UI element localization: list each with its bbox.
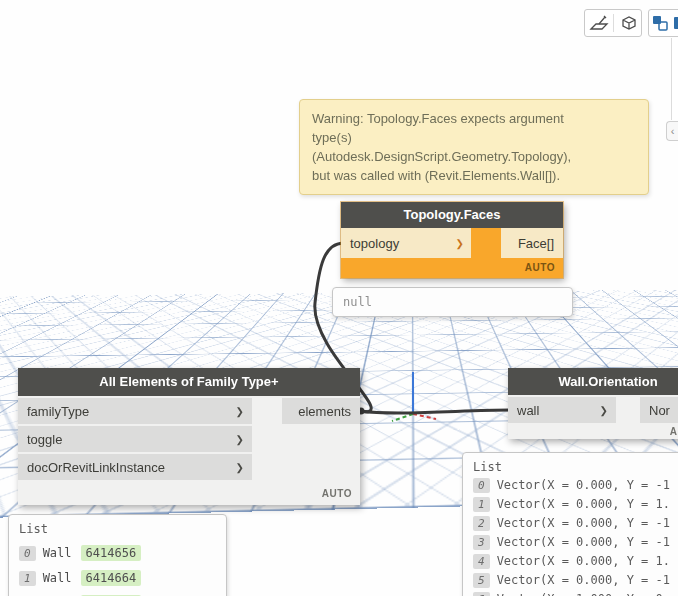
- output-port-elements[interactable]: elements: [282, 398, 360, 424]
- view-toolbar-group: [648, 9, 678, 37]
- output-port-faces[interactable]: Face[]: [501, 228, 563, 258]
- port-label: Face[]: [518, 236, 554, 251]
- cube-icon: [617, 13, 637, 33]
- port-label: familyType: [27, 404, 89, 419]
- list-index-badge: 1: [473, 497, 490, 512]
- preview-bubble-walls[interactable]: List 0 Wall 6414656 1 Wall 6414664 2 Wal…: [8, 514, 227, 596]
- list-index-badge: 3: [473, 535, 490, 550]
- node-body: familyType ❯ toggle ❯ docOrRevitLinkInst…: [18, 396, 360, 480]
- list-header: List: [473, 460, 678, 474]
- warning-tooltip: Warning: Topology.Faces expects argument…: [299, 99, 649, 195]
- lacing-label: AUTO: [322, 488, 352, 499]
- axis-y-line: [392, 414, 413, 421]
- surface-pencil-icon: [589, 13, 609, 33]
- node-body-gap: [471, 228, 501, 258]
- list-item: 5 Vector(X = 0.000, Y = -1: [473, 573, 678, 588]
- node-footer: AUTO: [18, 482, 360, 505]
- node-footer: AUTO: [341, 258, 563, 278]
- warning-line: type(s): [312, 128, 636, 147]
- port-chevron-icon: ❯: [236, 406, 252, 417]
- node-topology-faces[interactable]: Topology.Faces topology ❯ Face[] AUTO: [341, 202, 563, 278]
- geometry-toolbar-group: [584, 9, 642, 37]
- node-title[interactable]: Topology.Faces: [341, 202, 563, 228]
- vector-value: Vector(X = 0.000, Y = -1: [497, 574, 670, 587]
- draw-on-surface-button[interactable]: [585, 10, 613, 36]
- port-label: toggle: [27, 432, 62, 447]
- vector-value: Vector(X = 0.000, Y = -1: [497, 517, 670, 530]
- list-index-badge: 4: [473, 554, 490, 569]
- vector-value: Vector(X = 0.000, Y = 1.: [497, 498, 670, 511]
- list-index-badge: 2: [473, 516, 490, 531]
- vector-value: Vector(X = 0.000, Y = -1: [497, 479, 670, 492]
- list-item: 2 Vector(X = 0.000, Y = -1: [473, 516, 678, 531]
- vector-value: Vector(X = 0.000, Y = -1: [497, 536, 670, 549]
- warning-line: Warning: Topology.Faces expects argument: [312, 109, 636, 128]
- layered-squares-icon: [650, 13, 670, 33]
- vector-value: Vector(X = 0.000, Y = 1.: [497, 555, 670, 568]
- port-chevron-icon: ❯: [600, 405, 616, 416]
- list-index-badge: 5: [473, 573, 490, 588]
- input-port-toggle[interactable]: toggle ❯: [18, 426, 252, 452]
- list-item: 0 Vector(X = 0.000, Y = -1: [473, 478, 678, 493]
- wire-elements-to-wall[interactable]: [359, 410, 510, 413]
- solid-view-button[interactable]: [614, 10, 642, 36]
- list-item: 3 Vector(X = 0.000, Y = -1: [473, 535, 678, 550]
- warning-line: (Autodesk.DesignScript.Geometry.Topology…: [312, 147, 636, 166]
- port-chevron-icon: ❯: [456, 238, 471, 249]
- port-chevron-icon: ❯: [236, 462, 252, 473]
- list-index-badge: 6: [473, 592, 490, 596]
- node-body: topology ❯ Face[]: [341, 228, 563, 258]
- lacing-label: AUTO: [670, 426, 678, 437]
- port-label: Nor: [649, 403, 670, 418]
- lacing-label: AUTO: [525, 262, 555, 273]
- port-label: elements: [298, 404, 351, 419]
- item-type: Wall: [43, 571, 72, 585]
- input-port-familytype[interactable]: familyType ❯: [18, 398, 252, 424]
- list-header: List: [19, 522, 216, 536]
- node-all-elements-of-family-type[interactable]: All Elements of Family Type+ familyType …: [18, 368, 360, 505]
- graph-layout-button[interactable]: [649, 10, 670, 36]
- list-index-badge: 1: [19, 571, 36, 586]
- dynamo-workspace-canvas[interactable]: ‹ Warning: Topology.Faces expects argume…: [0, 0, 678, 596]
- node-title[interactable]: All Elements of Family Type+: [18, 368, 360, 396]
- warning-line: but was called with (Revit.Elements.Wall…: [312, 166, 636, 185]
- node-wall-orientation[interactable]: Wall.Orientation wall ❯ Nor AUTO: [508, 368, 678, 439]
- list-item: 1 Wall 6414664: [19, 570, 216, 586]
- output-port-normal[interactable]: Nor: [640, 397, 678, 423]
- preview-bubble-vectors[interactable]: List 0 Vector(X = 0.000, Y = -1 1 Vector…: [462, 452, 678, 596]
- input-port-wall[interactable]: wall ❯: [508, 397, 616, 423]
- item-type: Wall: [43, 546, 72, 560]
- collapse-chevron-icon: ‹: [671, 125, 675, 137]
- clipped-view-button[interactable]: [670, 10, 678, 36]
- list-item: 4 Vector(X = 0.000, Y = 1.: [473, 554, 678, 569]
- port-label: topology: [350, 236, 399, 251]
- element-id-chip: 6414664: [81, 570, 142, 586]
- axis-x-line: [413, 414, 436, 419]
- panel-collapse-button[interactable]: ‹: [666, 121, 678, 141]
- input-port-docorrevitlinkinstance[interactable]: docOrRevitLinkInstance ❯: [18, 454, 252, 480]
- panel-clipped-icon: [671, 13, 678, 33]
- element-id-chip: 6414656: [81, 545, 142, 561]
- preview-value: null: [343, 295, 372, 309]
- origin-axes-gizmo: [392, 372, 436, 421]
- list-index-badge: 0: [473, 478, 490, 493]
- input-port-topology[interactable]: topology ❯: [341, 228, 471, 258]
- node-title[interactable]: Wall.Orientation: [508, 368, 678, 395]
- list-item: 1 Vector(X = 0.000, Y = 1.: [473, 497, 678, 512]
- list-item: 0 Wall 6414656: [19, 545, 216, 561]
- node-footer: AUTO: [508, 425, 678, 439]
- port-label: wall: [517, 403, 539, 418]
- preview-bubble-null[interactable]: null: [332, 287, 573, 317]
- list-index-badge: 0: [19, 546, 36, 561]
- port-label: docOrRevitLinkInstance: [27, 460, 165, 475]
- right-panel-edge: [671, 38, 678, 120]
- node-body: wall ❯ Nor: [508, 395, 678, 425]
- list-item: 6 Vector(X = 1.000, Y = 0.: [473, 592, 678, 596]
- port-chevron-icon: ❯: [236, 434, 252, 445]
